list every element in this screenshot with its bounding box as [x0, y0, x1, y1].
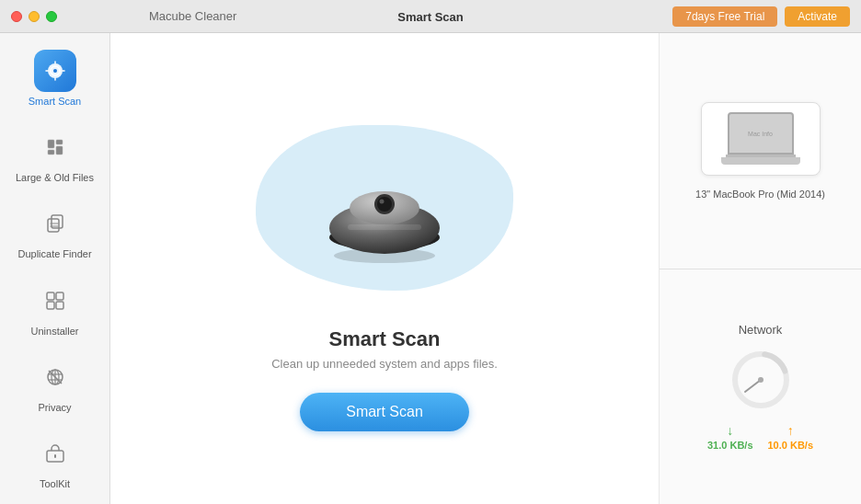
activate-button[interactable]: Activate [785, 6, 850, 27]
app-body: Smart Scan Large & Old Files [0, 33, 861, 504]
scan-subtitle: Clean up unneeded system and apps files. [271, 357, 498, 371]
main-content: Smart Scan Clean up unneeded system and … [110, 33, 861, 504]
privacy-icon-wrap [34, 356, 76, 398]
svg-rect-34 [348, 224, 421, 230]
sidebar-item-smart-scan-label: Smart Scan [29, 96, 81, 108]
sidebar-item-privacy-label: Privacy [38, 402, 71, 414]
download-speed-value: 31.0 KB/s [707, 440, 753, 451]
traffic-lights [11, 11, 57, 22]
duplicate-icon [44, 212, 66, 235]
large-old-icon [44, 136, 66, 158]
svg-rect-7 [48, 140, 54, 148]
network-title: Network [739, 323, 783, 337]
center-panel: Smart Scan Clean up unneeded system and … [110, 33, 659, 504]
svg-rect-11 [48, 219, 59, 232]
network-gauge [729, 348, 793, 412]
device-name: 13" MacBook Pro (Mid 2014) [695, 189, 825, 200]
download-speed-item: ↓ 31.0 KB/s [707, 423, 753, 451]
laptop-base [721, 157, 800, 165]
svg-rect-9 [56, 140, 63, 144]
sidebar-item-uninstaller-label: Uninstaller [31, 326, 79, 338]
title-bar: Macube Cleaner Smart Scan 7days Free Tri… [0, 0, 861, 33]
large-old-icon-wrap [34, 126, 76, 168]
svg-rect-18 [56, 302, 63, 309]
header-actions: 7days Free Trial Activate [672, 6, 850, 27]
network-speeds: ↓ 31.0 KB/s ↑ 10.0 KB/s [707, 423, 813, 451]
upload-arrow-icon: ↑ [787, 423, 794, 438]
sidebar-item-smart-scan[interactable]: Smart Scan [0, 40, 109, 117]
upload-speed-value: 10.0 KB/s [768, 440, 814, 451]
sidebar-item-duplicate[interactable]: Duplicate Finder [0, 193, 109, 269]
svg-rect-16 [56, 292, 63, 300]
mac-info-section: Mac Info 13" MacBook Pro (Mid 2014) [660, 33, 861, 269]
uninstaller-icon-wrap [34, 280, 76, 322]
sidebar-item-uninstaller[interactable]: Uninstaller [0, 270, 109, 347]
close-button[interactable] [11, 11, 22, 22]
download-arrow-icon: ↓ [727, 423, 733, 438]
network-gauge-svg [729, 348, 793, 412]
duplicate-icon-wrap [34, 202, 76, 245]
privacy-icon [44, 366, 66, 388]
laptop-illustration: Mac Info [721, 112, 800, 165]
sidebar-item-large-old-label: Large & Old Files [16, 172, 94, 184]
robot-illustration [247, 107, 522, 309]
robot-vacuum [320, 171, 449, 263]
sidebar-item-large-old[interactable]: Large & Old Files [0, 117, 109, 193]
sidebar: Smart Scan Large & Old Files [0, 33, 110, 504]
svg-rect-17 [47, 302, 54, 309]
laptop-screen: Mac Info [728, 112, 794, 155]
mac-info-card: Mac Info [701, 102, 821, 176]
sidebar-item-toolkit-label: ToolKit [40, 478, 70, 490]
smart-scan-icon-wrap [34, 50, 76, 92]
page-title: Smart Scan [397, 10, 464, 24]
mac-info-label: Mac Info [748, 131, 773, 137]
minimize-button[interactable] [29, 11, 40, 22]
svg-rect-8 [48, 150, 54, 155]
maximize-button[interactable] [46, 11, 57, 22]
toolkit-icon [44, 442, 66, 464]
scan-title: Smart Scan [328, 327, 440, 351]
svg-line-37 [745, 380, 761, 392]
trial-button[interactable]: 7days Free Trial [672, 6, 777, 27]
upload-speed-item: ↑ 10.0 KB/s [768, 423, 814, 451]
sidebar-item-privacy[interactable]: Privacy [0, 347, 109, 423]
svg-point-32 [377, 197, 392, 212]
svg-point-6 [53, 69, 57, 73]
toolkit-icon-wrap [34, 432, 76, 475]
sidebar-item-toolkit[interactable]: ToolKit [0, 423, 109, 499]
right-panel: Mac Info 13" MacBook Pro (Mid 2014) Netw… [659, 33, 861, 504]
sidebar-item-duplicate-label: Duplicate Finder [17, 248, 91, 260]
uninstaller-icon [44, 290, 66, 312]
svg-point-38 [758, 377, 763, 383]
app-name: Macube Cleaner [149, 9, 236, 23]
svg-rect-15 [47, 292, 54, 300]
svg-rect-10 [56, 146, 63, 155]
network-section: Network ↓ [660, 269, 861, 505]
svg-point-33 [380, 199, 385, 203]
scan-button[interactable]: Smart Scan [300, 393, 469, 431]
smart-scan-icon [44, 60, 66, 82]
